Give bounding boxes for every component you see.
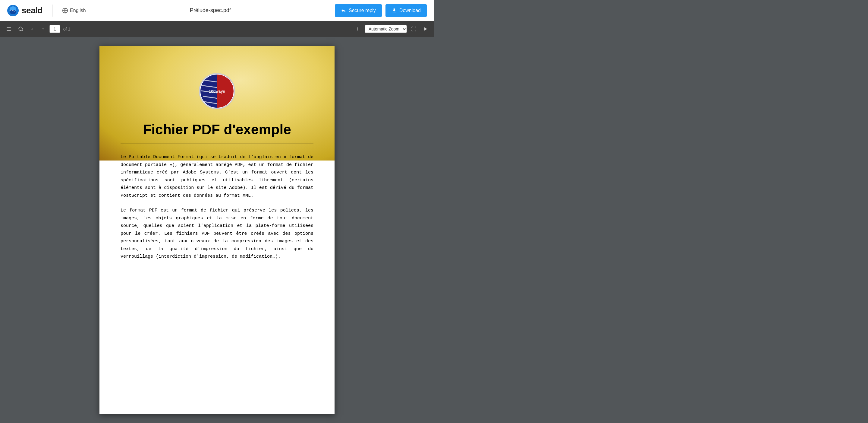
- pdf-toolbar: of 1 Automatic Zoom 50% 75% 100% 125% 15…: [0, 21, 434, 37]
- language-selector[interactable]: English: [62, 7, 86, 13]
- header-left: seald English: [7, 4, 86, 17]
- pdf-viewer: 100ways Fichier PDF d'exemple Le Portabl…: [0, 37, 434, 423]
- pdf-content: 100ways Fichier PDF d'exemple Le Portabl…: [121, 73, 313, 261]
- logo-text: seald: [22, 6, 42, 16]
- toolbar-right-icons: [409, 24, 430, 33]
- file-title: Prélude-spec.pdf: [190, 7, 231, 13]
- svg-rect-5: [7, 27, 11, 28]
- svg-rect-12: [356, 29, 360, 29]
- zoom-out-icon: [343, 26, 348, 32]
- next-page-button[interactable]: [38, 25, 48, 33]
- prev-page-button[interactable]: [28, 25, 37, 33]
- page-total: of 1: [63, 27, 70, 31]
- zoom-out-button[interactable]: [341, 25, 351, 33]
- svg-line-9: [22, 30, 23, 31]
- search-button[interactable]: [16, 24, 26, 33]
- pdf-paragraph-2: Le format PDF est un format de fichier q…: [121, 207, 313, 261]
- logo-area: seald: [7, 5, 42, 16]
- svg-rect-6: [7, 29, 11, 29]
- zoom-select[interactable]: Automatic Zoom 50% 75% 100% 125% 150%: [365, 25, 407, 33]
- download-label: Download: [399, 8, 421, 13]
- fullscreen-icon: [411, 26, 416, 32]
- svg-rect-10: [344, 29, 347, 29]
- hundredways-logo: 100ways: [200, 74, 234, 108]
- zoom-in-icon: [355, 26, 361, 32]
- header-center: Prélude-spec.pdf: [86, 7, 335, 13]
- header-right: Secure reply Download: [335, 4, 427, 17]
- more-tools-button[interactable]: [420, 24, 430, 33]
- fullscreen-button[interactable]: [409, 24, 419, 33]
- app-header: seald English Prélude-spec.pdf Secure re…: [0, 0, 434, 21]
- secure-reply-button[interactable]: Secure reply: [335, 4, 382, 17]
- sidebar-toggle-button[interactable]: [4, 24, 14, 33]
- more-tools-icon: [423, 26, 428, 32]
- svg-text:100ways: 100ways: [209, 89, 225, 93]
- pdf-main-title: Fichier PDF d'exemple: [121, 121, 313, 138]
- svg-point-8: [19, 27, 22, 30]
- page-number-input[interactable]: [50, 25, 60, 33]
- svg-rect-7: [7, 30, 11, 31]
- secure-reply-label: Secure reply: [349, 8, 376, 13]
- language-label: English: [70, 8, 86, 13]
- seald-logo-icon: [7, 5, 19, 16]
- sidebar-icon: [6, 26, 11, 32]
- download-button[interactable]: Download: [385, 4, 427, 17]
- pdf-title-divider: [121, 144, 313, 144]
- next-page-icon: [41, 27, 45, 31]
- pdf-page: 100ways Fichier PDF d'exemple Le Portabl…: [99, 46, 335, 414]
- search-icon: [18, 26, 24, 32]
- pdf-logo-circle: 100ways: [199, 73, 235, 109]
- zoom-in-button[interactable]: [352, 25, 363, 33]
- pdf-paragraph-1: Le Portable Document Format (qui se trad…: [121, 153, 313, 199]
- download-icon: [392, 8, 397, 13]
- globe-icon: [62, 7, 68, 13]
- pdf-logo-container: 100ways: [121, 73, 313, 109]
- prev-page-icon: [30, 27, 34, 31]
- header-divider: [52, 4, 53, 17]
- reply-icon: [341, 8, 346, 13]
